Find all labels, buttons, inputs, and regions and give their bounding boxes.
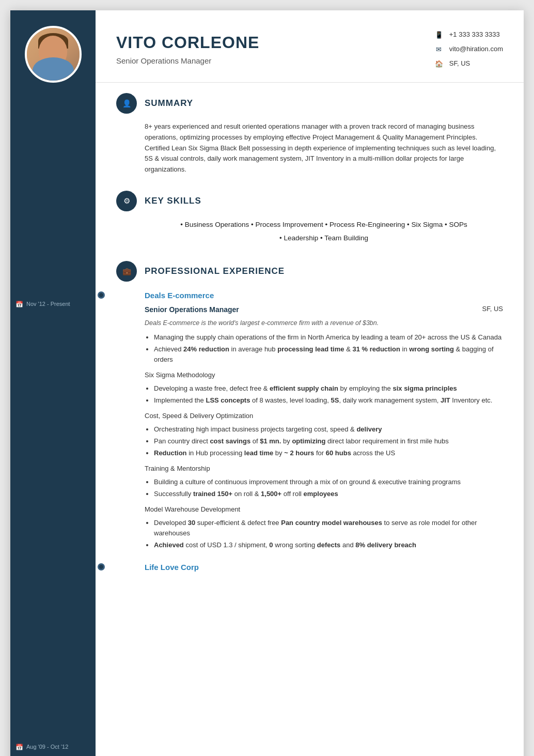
avatar: [25, 26, 82, 83]
bullet-group-2: Developing a waste free, defect free & e…: [154, 383, 503, 406]
job-entry-2: Life Love Corp: [145, 561, 503, 574]
candidate-name: VITO CORLEONE: [116, 33, 259, 52]
subsection-six-sigma: Six Sigma Methodology: [145, 370, 503, 381]
header-right: +1 333 333 3333 vito@hiration.com SF, US: [434, 30, 503, 68]
sidebar-date-1: Nov '12 - Present: [10, 300, 75, 308]
subsection-warehouse: Model Warehouse Development: [145, 504, 503, 515]
job-entry-1: Deals E-commerce Senior Operations Manag…: [145, 289, 503, 550]
location-text: SF, US: [449, 59, 470, 67]
job-dot-2: [98, 563, 105, 570]
summary-icon: [122, 99, 131, 108]
experience-icon: [122, 267, 131, 276]
job-role-1: Senior Operations Manager: [145, 304, 239, 315]
bullet-group-3: Orchestrating high impact business proje…: [154, 424, 503, 458]
bullet-3-1: Orchestrating high impact business proje…: [154, 424, 503, 435]
experience-section: PROFESSIONAL EXPERIENCE Deals E-commerce…: [96, 251, 524, 589]
bullet-1-2: Achieved 24% reduction in average hub pr…: [154, 344, 503, 365]
email-address: vito@hiration.com: [449, 45, 503, 53]
bullet-4-1: Building a culture of continuous improve…: [154, 477, 503, 487]
bullet-1-1: Managing the supply chain operations of …: [154, 332, 503, 343]
job-company-2: Life Love Corp: [145, 561, 503, 574]
experience-header: PROFESSIONAL EXPERIENCE: [116, 261, 503, 282]
skills-icon: [123, 196, 130, 206]
summary-title: SUMMARY: [145, 98, 193, 109]
calendar-icon-1: [15, 300, 23, 308]
experience-icon-circle: [116, 261, 137, 282]
job-company-1: Deals E-commerce: [145, 289, 503, 302]
contact-location: SF, US: [434, 59, 503, 68]
summary-section: SUMMARY 8+ years experienced and result …: [96, 83, 524, 180]
subsection-training: Training & Mentorship: [145, 464, 503, 474]
skills-line-2: • Leadership • Team Building: [145, 233, 503, 244]
skills-header: KEY SKILLS: [116, 191, 503, 211]
contact-phone: +1 333 333 3333: [434, 30, 503, 39]
bullet-5-2: Achieved cost of USD 1.3 / shipment, 0 w…: [154, 540, 503, 550]
sidebar-date-label-2: Aug '09 - Oct '12: [26, 744, 68, 750]
summary-content: 8+ years experienced and result oriented…: [145, 121, 503, 175]
bullet-group-5: Developed 30 super-efficient & defect fr…: [154, 518, 503, 550]
candidate-title: Senior Operations Manager: [116, 56, 259, 65]
summary-header: SUMMARY: [116, 93, 503, 114]
job-description-1: Deals E-commerce is the world's largest …: [145, 318, 503, 328]
calendar-icon-2: [15, 743, 23, 751]
bullet-group-1: Managing the supply chain operations of …: [154, 332, 503, 365]
job-location-1: SF, US: [482, 304, 503, 315]
bullet-5-1: Developed 30 super-efficient & defect fr…: [154, 518, 503, 538]
bullet-2-2: Implemented the LSS concepts of 8 wastes…: [154, 395, 503, 406]
skills-content: • Business Operations • Process Improvem…: [145, 219, 503, 243]
skills-icon-circle: [116, 191, 137, 211]
bullet-2-1: Developing a waste free, defect free & e…: [154, 383, 503, 394]
sidebar: Nov '12 - Present Aug '09 - Oct '12: [10, 10, 96, 756]
header: VITO CORLEONE Senior Operations Manager …: [96, 10, 524, 83]
location-icon: [434, 59, 444, 68]
header-left: VITO CORLEONE Senior Operations Manager: [116, 33, 259, 65]
subsection-cost: Cost, Speed & Delivery Optimization: [145, 411, 503, 422]
bullet-group-4: Building a culture of continuous improve…: [154, 477, 503, 499]
skills-section: KEY SKILLS • Business Operations • Proce…: [96, 180, 524, 251]
experience-content: Deals E-commerce Senior Operations Manag…: [145, 289, 503, 573]
job-role-location-1: Senior Operations Manager SF, US: [145, 304, 503, 315]
bullet-4-2: Successfully trained 150+ on roll & 1,50…: [154, 489, 503, 499]
summary-text: 8+ years experienced and result oriented…: [145, 121, 503, 175]
skills-line-1: • Business Operations • Process Improvem…: [145, 219, 503, 230]
email-icon: [434, 44, 444, 54]
job-dot-1: [98, 291, 105, 299]
skills-title: KEY SKILLS: [145, 196, 201, 206]
main-content: VITO CORLEONE Senior Operations Manager …: [96, 10, 524, 756]
phone-number: +1 333 333 3333: [449, 30, 500, 38]
summary-icon-circle: [116, 93, 137, 114]
experience-title: PROFESSIONAL EXPERIENCE: [145, 266, 285, 276]
phone-icon: [434, 30, 444, 39]
sidebar-date-2: Aug '09 - Oct '12: [10, 743, 73, 751]
bullet-3-2: Pan country direct cost savings of $1 mn…: [154, 436, 503, 446]
bullet-3-3: Reduction in Hub processing lead time by…: [154, 448, 503, 458]
contact-email: vito@hiration.com: [434, 44, 503, 54]
sidebar-date-label-1: Nov '12 - Present: [26, 301, 70, 307]
resume-wrapper: Nov '12 - Present Aug '09 - Oct '12 VITO…: [10, 10, 524, 756]
